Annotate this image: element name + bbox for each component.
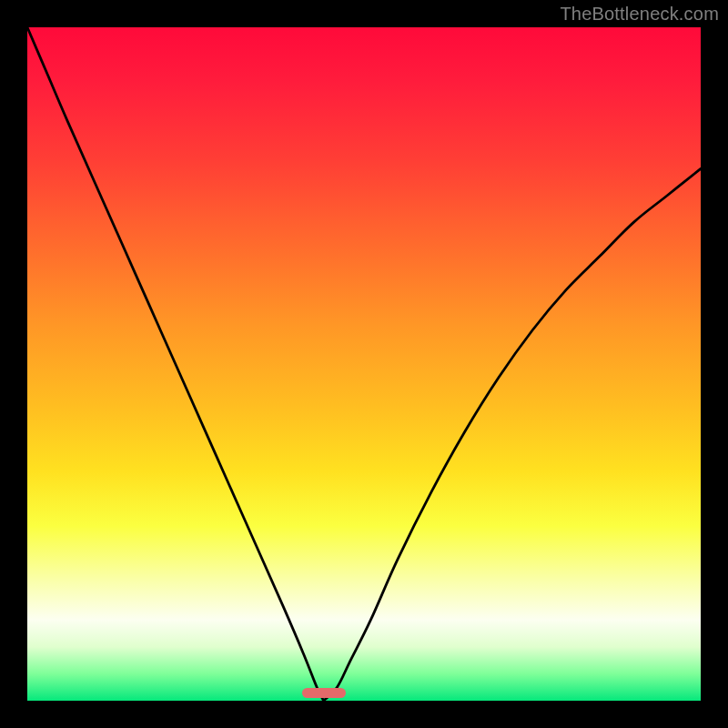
watermark-text: TheBottleneck.com — [560, 4, 719, 25]
cusp-marker — [302, 688, 346, 698]
right-branch-curve — [324, 168, 701, 701]
chart-frame: TheBottleneck.com — [0, 0, 728, 728]
plot-area — [27, 27, 701, 701]
curves-layer — [27, 27, 701, 701]
left-branch-curve — [27, 27, 324, 701]
